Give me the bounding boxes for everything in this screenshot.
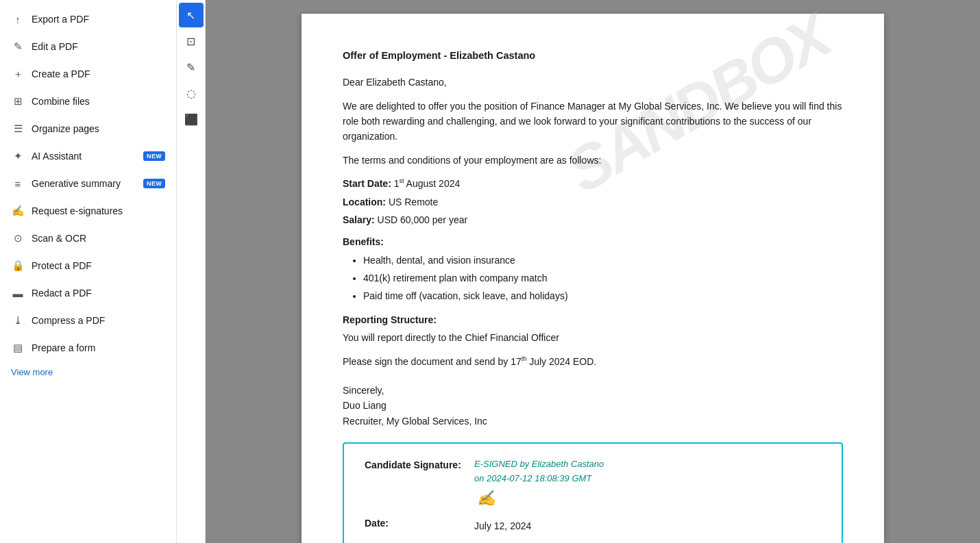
document-page: SANDBOX Offer of Employment - Elizabeth … bbox=[302, 14, 884, 543]
candidate-sig-label: Candidate Signature: bbox=[365, 457, 474, 472]
date-value: July 12, 2024 bbox=[474, 518, 531, 533]
sidebar-item-prepare-form[interactable]: ▤Prepare a form bbox=[0, 334, 176, 362]
sidebar-item-generative-summary[interactable]: ≡Generative summaryNEW bbox=[0, 170, 176, 197]
prepare-form-icon: ▤ bbox=[11, 341, 25, 355]
sidebar-item-scan-ocr[interactable]: ⊙Scan & OCR bbox=[0, 225, 176, 252]
tool-comment[interactable]: ⊡ bbox=[179, 29, 204, 53]
view-more-link[interactable]: View more bbox=[0, 362, 176, 383]
compress-pdf-icon: ⤓ bbox=[11, 314, 25, 327]
sig-esigned: E-SIGNED by Elizabeth Castano on 2024-07… bbox=[474, 457, 604, 510]
redact-pdf-icon: ▬ bbox=[11, 286, 25, 300]
redact-pdf-label: Redact a PDF bbox=[32, 288, 165, 299]
reporting-section: Reporting Structure: You will report dir… bbox=[343, 312, 843, 346]
body-para-2: The terms and conditions of your employm… bbox=[343, 153, 843, 168]
doc-body: Dear Elizabeth Castano, We are delighted… bbox=[343, 75, 843, 543]
reporting-title: Reporting Structure: bbox=[343, 312, 843, 327]
esigned-text: E-SIGNED by Elizabeth Castano bbox=[474, 457, 604, 472]
sig-date-row: Date: July 12, 2024 bbox=[365, 516, 821, 533]
toolbar-strip: ↖⊡✎◌⬛ bbox=[177, 0, 206, 543]
create-pdf-label: Create a PDF bbox=[32, 68, 165, 79]
export-pdf-icon: ↑ bbox=[11, 12, 25, 26]
sidebar: ↑Export a PDF✎Edit a PDF＋Create a PDF⊞Co… bbox=[0, 0, 177, 543]
protect-pdf-label: Protect a PDF bbox=[32, 260, 165, 271]
sidebar-item-combine-files[interactable]: ⊞Combine files bbox=[0, 88, 176, 115]
sig-candidate-row: Candidate Signature: E-SIGNED by Elizabe… bbox=[365, 457, 821, 510]
request-e-signatures-label: Request e-signatures bbox=[32, 205, 165, 216]
generative-summary-label: Generative summary bbox=[32, 178, 136, 189]
ai-assistant-badge: NEW bbox=[143, 151, 165, 161]
edit-pdf-icon: ✎ bbox=[11, 40, 25, 53]
location-row: Location: US Remote bbox=[343, 194, 843, 210]
sidebar-item-export-pdf[interactable]: ↑Export a PDF bbox=[0, 5, 176, 33]
salary-value: USD 60,000 per year bbox=[378, 214, 468, 225]
protect-pdf-icon: 🔒 bbox=[11, 259, 25, 273]
sidebar-item-request-e-signatures[interactable]: ✍Request e-signatures bbox=[0, 197, 176, 225]
tool-pen[interactable]: ✎ bbox=[179, 55, 204, 79]
sidebar-item-ai-assistant[interactable]: ✦AI AssistantNEW bbox=[0, 142, 176, 170]
salary-row: Salary: USD 60,000 per year bbox=[343, 212, 843, 227]
benefit-item: Health, dental, and vision insurance bbox=[363, 253, 843, 268]
edit-pdf-label: Edit a PDF bbox=[32, 41, 165, 52]
ai-assistant-icon: ✦ bbox=[11, 149, 25, 163]
generative-summary-icon: ≡ bbox=[11, 177, 25, 190]
sidebar-item-edit-pdf[interactable]: ✎Edit a PDF bbox=[0, 33, 176, 60]
combine-files-label: Combine files bbox=[32, 96, 165, 107]
benefits-section: Benefits: Health, dental, and vision ins… bbox=[343, 234, 843, 304]
start-date-row: Start Date: 1st August 2024 bbox=[343, 176, 843, 191]
sidebar-item-redact-pdf[interactable]: ▬Redact a PDF bbox=[0, 279, 176, 307]
sender-name: Duo Liang bbox=[343, 398, 843, 413]
esigned-date-text: on 2024-07-12 18:08:39 GMT bbox=[474, 472, 604, 486]
sign-request: Please sign the document and send by 17t… bbox=[343, 354, 843, 369]
benefit-item: 401(k) retirement plan with company matc… bbox=[363, 270, 843, 286]
salary-label: Salary: bbox=[343, 214, 375, 225]
reporting-body: You will report directly to the Chief Fi… bbox=[343, 330, 843, 345]
tool-highlight[interactable]: ⬛ bbox=[179, 107, 204, 131]
sender-title: Recruiter, My Global Services, Inc bbox=[343, 414, 843, 429]
document-content: Offer of Employment - Elizabeth Castano … bbox=[343, 48, 843, 543]
combine-files-icon: ⊞ bbox=[11, 94, 25, 108]
organize-pages-icon: ☰ bbox=[11, 122, 25, 136]
benefits-list: Health, dental, and vision insurance401(… bbox=[343, 253, 843, 304]
sidebar-item-create-pdf[interactable]: ＋Create a PDF bbox=[0, 60, 176, 88]
export-pdf-label: Export a PDF bbox=[32, 14, 165, 25]
sincerely: Sincerely, bbox=[343, 383, 843, 398]
start-date-value: 1st August 2024 bbox=[394, 178, 461, 189]
scan-ocr-label: Scan & OCR bbox=[32, 233, 165, 244]
signature-box: Candidate Signature: E-SIGNED by Elizabe… bbox=[343, 442, 843, 543]
sidebar-item-protect-pdf[interactable]: 🔒Protect a PDF bbox=[0, 252, 176, 279]
start-date-label: Start Date: bbox=[343, 178, 391, 189]
location-value: US Remote bbox=[389, 197, 438, 207]
body-para-1: We are delighted to offer you the positi… bbox=[343, 99, 843, 144]
document-area: SANDBOX Offer of Employment - Elizabeth … bbox=[206, 0, 980, 543]
scan-ocr-icon: ⊙ bbox=[11, 231, 25, 245]
greeting: Dear Elizabeth Castano, bbox=[343, 75, 843, 90]
request-e-signatures-icon: ✍ bbox=[11, 204, 25, 218]
organize-pages-label: Organize pages bbox=[32, 123, 165, 134]
ai-assistant-label: AI Assistant bbox=[32, 151, 136, 162]
doc-title-bold: Offer of Employment bbox=[343, 50, 441, 61]
tool-eraser[interactable]: ◌ bbox=[179, 81, 204, 105]
doc-title: Offer of Employment - Elizabeth Castano bbox=[343, 48, 843, 64]
sidebar-item-organize-pages[interactable]: ☰Organize pages bbox=[0, 115, 176, 142]
date-label: Date: bbox=[365, 516, 474, 531]
create-pdf-icon: ＋ bbox=[11, 67, 25, 81]
prepare-form-label: Prepare a form bbox=[32, 342, 165, 353]
benefit-item: Paid time off (vacation, sick leave, and… bbox=[363, 288, 843, 303]
sidebar-item-compress-pdf[interactable]: ⤓Compress a PDF bbox=[0, 307, 176, 334]
signature-graphic: ✍ bbox=[477, 486, 604, 510]
benefits-label: Benefits: bbox=[343, 234, 843, 249]
location-label: Location: bbox=[343, 197, 386, 207]
compress-pdf-label: Compress a PDF bbox=[32, 315, 165, 326]
generative-summary-badge: NEW bbox=[143, 179, 165, 188]
doc-title-rest: - Elizabeth Castano bbox=[441, 50, 535, 61]
closing: Sincerely, Duo Liang Recruiter, My Globa… bbox=[343, 383, 843, 429]
tool-cursor[interactable]: ↖ bbox=[179, 3, 204, 27]
